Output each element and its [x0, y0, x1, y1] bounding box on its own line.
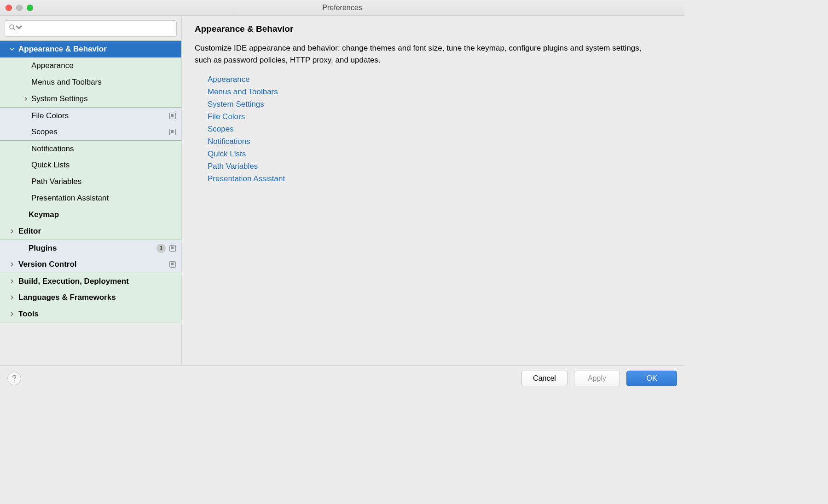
chevron-right-icon: [8, 294, 16, 301]
tree-item-label: Scopes: [31, 127, 169, 137]
tree-item-label: Presentation Assistant: [31, 194, 176, 203]
tree-item-label: Build, Execution, Deployment: [18, 277, 176, 286]
tree-item-label: Editor: [18, 227, 176, 236]
chevron-right-icon: [18, 245, 26, 252]
chevron-right-icon: [8, 261, 16, 268]
tree-item-file-colors[interactable]: File Colors: [0, 107, 181, 124]
settings-link-scopes[interactable]: Scopes: [208, 125, 672, 134]
count-badge: 1: [156, 244, 166, 253]
chevron-right-icon: [22, 95, 29, 103]
project-config-icon: [169, 261, 176, 268]
tree-item-label: Tools: [18, 309, 176, 319]
settings-link-presentation-assistant[interactable]: Presentation Assistant: [208, 174, 672, 183]
tree-item-keymap[interactable]: Keymap: [0, 206, 181, 223]
project-config-icon: [169, 113, 176, 119]
tree-item-menus-and-toolbars[interactable]: Menus and Toolbars: [0, 74, 181, 91]
tree-item-label: Appearance: [31, 61, 176, 70]
tree-item-label: Keymap: [29, 210, 176, 219]
tree-item-appearance-behavior[interactable]: Appearance & Behavior: [0, 41, 181, 57]
settings-link-file-colors[interactable]: File Colors: [208, 112, 672, 121]
tree-item-plugins[interactable]: Plugins1: [0, 240, 181, 256]
settings-link-appearance[interactable]: Appearance: [208, 75, 672, 84]
settings-link-menus-and-toolbars[interactable]: Menus and Toolbars: [208, 87, 672, 97]
tree-item-label: Notifications: [31, 144, 176, 154]
search-container: [0, 16, 181, 40]
chevron-right-icon: [8, 310, 16, 318]
chevron-right-icon: [8, 228, 16, 235]
tree-item-path-variables[interactable]: Path Variables: [0, 173, 181, 190]
apply-button[interactable]: Apply: [574, 371, 620, 386]
tree-item-version-control[interactable]: Version Control: [0, 256, 181, 273]
settings-link-quick-lists[interactable]: Quick Lists: [208, 149, 672, 159]
tree-item-label: Path Variables: [31, 177, 176, 186]
dropdown-caret-icon: [15, 24, 23, 34]
tree-item-label: System Settings: [31, 94, 176, 103]
tree-item-label: Plugins: [29, 244, 156, 253]
tree-item-notifications[interactable]: Notifications: [0, 140, 181, 157]
tree-item-scopes[interactable]: Scopes: [0, 124, 181, 140]
settings-tree: Appearance & BehaviorAppearanceMenus and…: [0, 40, 181, 365]
search-box[interactable]: [5, 20, 177, 37]
tree-item-label: Menus and Toolbars: [31, 78, 176, 87]
project-config-icon: [169, 129, 176, 135]
sidebar: Appearance & BehaviorAppearanceMenus and…: [0, 16, 182, 365]
project-config-icon: [169, 245, 176, 252]
settings-link-system-settings[interactable]: System Settings: [208, 100, 672, 109]
page-description: Customize IDE appearance and behavior: c…: [195, 42, 646, 66]
chevron-right-icon: [8, 278, 16, 285]
settings-link-path-variables[interactable]: Path Variables: [208, 162, 672, 171]
help-button[interactable]: ?: [7, 372, 21, 385]
chevron-right-icon: [18, 211, 26, 218]
tree-item-label: Quick Lists: [31, 160, 176, 170]
tree-item-languages-frameworks[interactable]: Languages & Frameworks: [0, 289, 181, 306]
cancel-button[interactable]: Cancel: [521, 371, 567, 386]
page-heading: Appearance & Behavior: [195, 24, 672, 34]
settings-links: AppearanceMenus and ToolbarsSystem Setti…: [195, 73, 672, 183]
tree-item-build-execution-deployment[interactable]: Build, Execution, Deployment: [0, 273, 181, 289]
footer: ? Cancel Apply OK: [0, 365, 684, 391]
help-icon: ?: [12, 374, 16, 383]
titlebar: Preferences: [0, 0, 684, 16]
tree-item-appearance[interactable]: Appearance: [0, 57, 181, 74]
settings-link-notifications[interactable]: Notifications: [208, 137, 672, 146]
tree-item-editor[interactable]: Editor: [0, 223, 181, 240]
svg-point-0: [10, 25, 14, 29]
tree-item-quick-lists[interactable]: Quick Lists: [0, 157, 181, 173]
ok-button[interactable]: OK: [626, 371, 677, 386]
main-panel: Appearance & Behavior Customize IDE appe…: [182, 16, 684, 365]
tree-item-label: Appearance & Behavior: [18, 45, 176, 54]
tree-item-tools[interactable]: Tools: [0, 306, 181, 322]
chevron-down-icon: [8, 46, 16, 53]
tree-item-label: Version Control: [18, 260, 169, 269]
tree-item-system-settings[interactable]: System Settings: [0, 91, 181, 107]
tree-item-label: Languages & Frameworks: [18, 293, 176, 302]
tree-item-presentation-assistant[interactable]: Presentation Assistant: [0, 190, 181, 206]
window-title: Preferences: [0, 4, 684, 12]
search-input[interactable]: [24, 24, 173, 33]
tree-item-label: File Colors: [31, 111, 169, 120]
